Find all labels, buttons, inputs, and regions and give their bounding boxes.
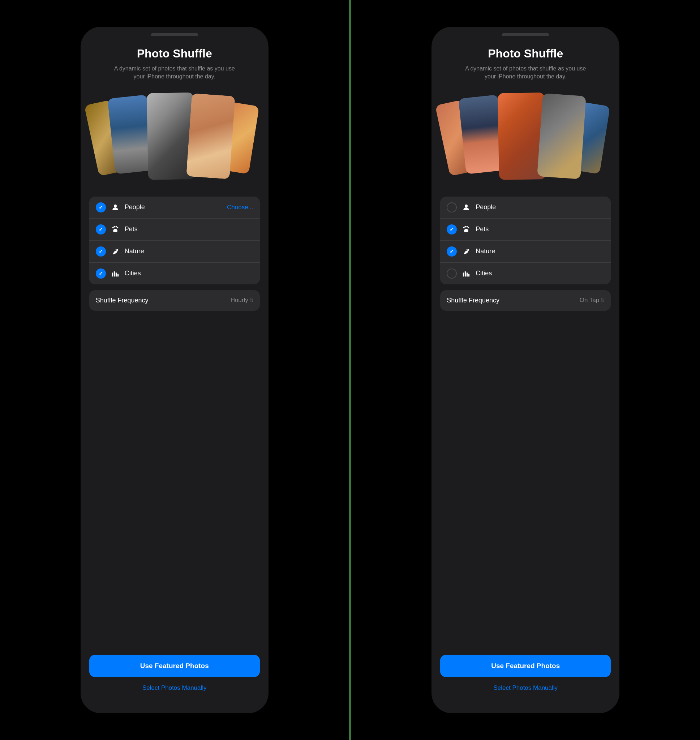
svg-point-17	[466, 226, 468, 228]
right-shuffle-value: On Tap ⇅	[579, 297, 604, 304]
right-pets-check[interactable]: ✓	[447, 225, 457, 235]
left-shuffle-value: Hourly ⇅	[231, 297, 253, 304]
left-phone-panel: Photo Shuffle A dynamic set of photos th…	[0, 0, 349, 740]
left-category-pets[interactable]: ✓ Pets	[89, 219, 260, 241]
left-cities-check[interactable]: ✓	[96, 269, 106, 279]
left-people-action[interactable]: Choose...	[227, 204, 253, 211]
right-photo-card-4	[537, 93, 586, 179]
right-category-people[interactable]: People	[440, 197, 611, 219]
right-people-check[interactable]	[447, 202, 457, 213]
svg-rect-11	[114, 273, 115, 274]
left-people-name: People	[125, 203, 222, 211]
right-cities-icon	[462, 270, 471, 277]
left-nature-icon	[111, 248, 120, 255]
left-shuffle-row[interactable]: Shuffle Frequency Hourly ⇅	[89, 290, 260, 311]
left-cities-icon	[111, 270, 120, 277]
right-category-nature[interactable]: ✓ Nature	[440, 241, 611, 263]
left-shuffle-label: Shuffle Frequency	[96, 297, 149, 304]
left-photo-card-4	[186, 93, 235, 179]
svg-rect-22	[463, 273, 464, 274]
svg-rect-23	[465, 272, 466, 273]
right-shuffle-chevron-icon: ⇅	[601, 298, 604, 303]
svg-point-15	[468, 227, 469, 228]
left-phone-content: Photo Shuffle A dynamic set of photos th…	[81, 36, 269, 699]
svg-rect-18	[463, 273, 464, 277]
svg-point-1	[112, 227, 113, 228]
right-photo-stack	[442, 91, 609, 185]
right-nature-checkmark: ✓	[450, 248, 454, 254]
right-category-list: People ✓ Pets	[440, 197, 611, 284]
svg-point-16	[465, 226, 466, 228]
right-category-pets[interactable]: ✓ Pets	[440, 219, 611, 241]
svg-rect-8	[118, 274, 119, 277]
svg-point-3	[113, 226, 115, 228]
right-shuffle-label: Shuffle Frequency	[447, 297, 499, 304]
right-nature-check[interactable]: ✓	[447, 247, 457, 257]
svg-point-14	[463, 227, 465, 228]
right-people-icon	[462, 203, 471, 211]
left-phone-notch	[151, 33, 198, 36]
svg-rect-25	[467, 273, 468, 274]
right-manual-link[interactable]: Select Photos Manually	[493, 684, 557, 692]
left-cities-checkmark: ✓	[99, 271, 103, 276]
left-category-cities[interactable]: ✓ Cities	[89, 263, 260, 284]
left-category-nature[interactable]: ✓ Nature	[89, 241, 260, 263]
svg-rect-5	[112, 273, 113, 277]
svg-rect-10	[114, 272, 115, 273]
svg-rect-20	[466, 273, 468, 277]
right-nature-name: Nature	[476, 248, 604, 255]
left-screen-subtitle: A dynamic set of photos that shuffle as …	[109, 65, 240, 81]
svg-point-0	[114, 204, 117, 207]
left-cities-name: Cities	[125, 270, 253, 277]
left-shuffle-value-text: Hourly	[231, 297, 248, 304]
left-category-list: ✓ People Choose... ✓	[89, 197, 260, 284]
right-pets-name: Pets	[476, 225, 604, 233]
left-nature-checkmark: ✓	[99, 248, 103, 254]
right-category-cities[interactable]: Cities	[440, 263, 611, 284]
right-pets-icon	[462, 225, 471, 233]
left-bottom-section: Use Featured Photos Select Photos Manual…	[89, 655, 260, 699]
left-nature-name: Nature	[125, 248, 253, 255]
left-people-check[interactable]: ✓	[96, 202, 106, 213]
right-featured-button[interactable]: Use Featured Photos	[440, 655, 611, 677]
right-screen-title: Photo Shuffle	[488, 47, 563, 60]
left-people-checkmark: ✓	[99, 204, 103, 210]
left-screen-title: Photo Shuffle	[137, 47, 212, 60]
left-category-people[interactable]: ✓ People Choose...	[89, 197, 260, 219]
left-manual-link[interactable]: Select Photos Manually	[143, 684, 207, 692]
right-phone-panel: Photo Shuffle A dynamic set of photos th…	[351, 0, 700, 740]
svg-rect-7	[116, 273, 117, 277]
left-pets-check[interactable]: ✓	[96, 225, 106, 235]
svg-point-13	[465, 204, 468, 207]
right-phone-content: Photo Shuffle A dynamic set of photos th…	[431, 36, 619, 699]
left-photo-stack	[91, 91, 258, 185]
svg-rect-24	[465, 273, 466, 274]
svg-point-2	[117, 227, 118, 228]
left-phone-frame: Photo Shuffle A dynamic set of photos th…	[81, 27, 269, 713]
left-pets-name: Pets	[125, 225, 253, 233]
left-shuffle-chevron-icon: ⇅	[250, 298, 253, 303]
right-cities-check[interactable]	[447, 269, 457, 279]
left-nature-check[interactable]: ✓	[96, 247, 106, 257]
right-screen-subtitle: A dynamic set of photos that shuffle as …	[460, 65, 591, 81]
right-bottom-section: Use Featured Photos Select Photos Manual…	[440, 655, 611, 699]
left-pets-checkmark: ✓	[99, 226, 103, 232]
right-phone-frame: Photo Shuffle A dynamic set of photos th…	[431, 27, 619, 713]
svg-rect-9	[112, 273, 113, 274]
right-shuffle-value-text: On Tap	[579, 297, 600, 304]
svg-point-4	[115, 226, 117, 228]
right-cities-name: Cities	[476, 270, 604, 277]
left-people-icon	[111, 203, 120, 211]
svg-rect-21	[468, 274, 469, 277]
left-pets-icon	[111, 225, 120, 233]
right-pets-checkmark: ✓	[450, 226, 454, 232]
right-phone-notch	[502, 33, 549, 36]
svg-rect-12	[116, 273, 116, 274]
right-nature-icon	[462, 248, 471, 255]
right-shuffle-row[interactable]: Shuffle Frequency On Tap ⇅	[440, 290, 611, 311]
left-featured-button[interactable]: Use Featured Photos	[89, 655, 260, 677]
right-people-name: People	[476, 203, 604, 211]
